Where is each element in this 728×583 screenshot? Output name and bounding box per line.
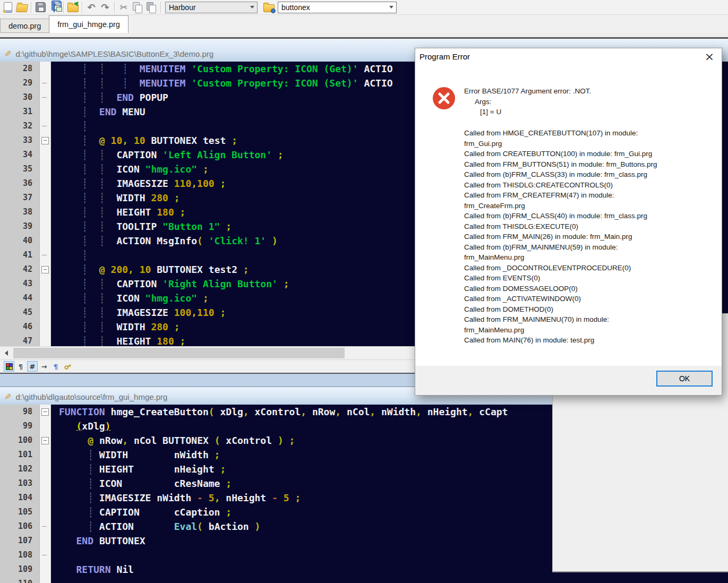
fold-margin: [40, 219, 51, 234]
ok-button[interactable]: OK: [656, 371, 713, 387]
line-number: 104: [0, 491, 40, 505]
code-text: ┊ ┊ ACTION MsgInfo( 'Click! 1' ): [51, 234, 278, 248]
stack-line: Called from THISDLG:CREATECONTROLS(0): [464, 180, 714, 191]
editor2-path: d:\github\dlgauto\source\frm_gui_hmge.pr…: [15, 392, 167, 401]
pilcrow-icon[interactable]: ¶: [50, 361, 61, 372]
hscrollbar-thumb[interactable]: [13, 348, 345, 358]
line-number: 101: [0, 448, 40, 462]
fold-collapse-icon[interactable]: –: [41, 408, 49, 416]
line-number: 32: [0, 119, 40, 133]
dialog-title: Program Error: [419, 52, 470, 61]
line-number: 109: [0, 562, 40, 577]
fold-margin: [40, 577, 51, 583]
copy-icon: [132, 2, 143, 13]
fold-margin: [40, 176, 51, 191]
tab-label: frm_gui_hmge.prg: [57, 20, 120, 29]
save-icon: [36, 2, 46, 12]
stack-line: Called from FRM_MAIN(26) in module: frm_…: [464, 232, 714, 242]
close-icon[interactable]: ×: [703, 49, 716, 63]
code-text: END BUTTONEX: [51, 534, 145, 548]
stack-line: Called from (b)FRM_MAINMENU(59) in modul…: [464, 242, 714, 253]
fold-margin: [40, 148, 51, 162]
dialog-footer: OK: [415, 366, 722, 395]
fold-tick: [42, 255, 47, 255]
line-number: 45: [0, 305, 40, 320]
cut-icon: ✂: [119, 3, 127, 12]
line-number: 33: [0, 133, 40, 148]
stack-line: Called from (b)FRM_CLASS(40) in module: …: [464, 211, 714, 221]
program-error-dialog: Program Error × Error BASE/1077 Argument…: [415, 48, 722, 396]
toolbar-separator: [82, 2, 82, 13]
cut-button[interactable]: ✂: [117, 1, 131, 14]
stack-line: Called from _ACTIVATEWINDOW(0): [464, 294, 714, 304]
fold-collapse-icon[interactable]: –: [41, 266, 49, 273]
fold-margin: [40, 419, 51, 433]
fold-tick: [42, 83, 47, 83]
stack-line: Called from _DOCONTROLEVENTPROCEDURE(0): [464, 263, 714, 273]
code-text: [51, 548, 59, 562]
key-icon[interactable]: [62, 361, 73, 372]
code-text: RETURN Nil: [51, 562, 134, 577]
fold-margin: [40, 248, 51, 262]
fold-margin[interactable]: –: [40, 405, 51, 419]
pencil-icon: ✎: [4, 393, 11, 401]
fold-margin: [40, 448, 51, 462]
stack-line: Called from DOMETHOD(0): [464, 304, 714, 315]
fold-margin: [40, 491, 51, 505]
highlight-blocks-icon[interactable]: [4, 361, 14, 372]
code-text: ┊: [51, 248, 88, 262]
file-search-combobox[interactable]: buttonex: [278, 2, 397, 13]
language-combobox[interactable]: Harbour: [165, 2, 258, 13]
tab-frm-gui-hmge-prg[interactable]: frm_gui_hmge.prg: [49, 15, 129, 33]
line-number: 41: [0, 248, 40, 262]
fold-margin: [40, 234, 51, 248]
stack-line: Called from FRM_BUTTONS(51) in module: f…: [464, 159, 714, 170]
line-number: 43: [0, 277, 40, 291]
stack-line: Called from HMGE_CREATEBUTTON(107) in mo…: [464, 128, 714, 139]
paste-button[interactable]: [144, 1, 158, 14]
open-project-button[interactable]: [66, 1, 80, 14]
line-numbers-icon[interactable]: #: [27, 361, 38, 372]
code-text: ┊ ┊ TOOLTIP "Button 1" ;: [51, 219, 232, 234]
redo-button[interactable]: ↷: [98, 1, 112, 14]
fold-tick: [42, 126, 47, 126]
fold-collapse-icon[interactable]: –: [41, 137, 49, 144]
build-run-button[interactable]: [262, 1, 276, 14]
toolbar-separator: [160, 2, 161, 13]
fold-margin[interactable]: –: [40, 133, 51, 148]
open-file-button[interactable]: [15, 1, 29, 14]
line-number: 31: [0, 105, 40, 119]
save-button[interactable]: [33, 1, 47, 14]
stack-line: Called from DOMESSAGELOOP(0): [464, 284, 714, 294]
build-folder-icon: [263, 4, 275, 12]
toolbar-separator: [63, 2, 64, 13]
line-number: 42: [0, 262, 40, 277]
stack-line: Called from EVENTS(0): [464, 273, 714, 284]
fold-margin: [40, 76, 51, 90]
code-text: ┊ ┊ WIDTH 280 ;: [51, 191, 180, 205]
fold-margin: [40, 305, 51, 320]
whitespace-arrow-icon[interactable]: →: [39, 361, 49, 372]
line-number: 98: [0, 405, 40, 419]
fold-margin[interactable]: –: [40, 433, 51, 448]
code-text: FUNCTION hmge_CreateButton( xDlg, xContr…: [51, 405, 508, 419]
fold-tick: [42, 526, 47, 527]
undo-button[interactable]: ↶: [84, 1, 98, 14]
code-line[interactable]: 110: [0, 577, 728, 583]
scroll-left-arrow-icon[interactable]: [0, 347, 13, 359]
fold-margin: [40, 90, 51, 105]
paragraph-format-icon[interactable]: ¶: [15, 361, 26, 372]
tab-demo-prg[interactable]: demo.prg: [0, 19, 49, 33]
line-number: 103: [0, 476, 40, 491]
line-number: 29: [0, 76, 40, 90]
new-file-button[interactable]: ★: [1, 1, 15, 14]
dialog-titlebar[interactable]: Program Error: [415, 48, 722, 64]
fold-collapse-icon[interactable]: –: [41, 437, 49, 444]
copy-button[interactable]: [131, 1, 144, 14]
fold-margin: [40, 334, 51, 346]
code-text: ┊ ┊ WIDTH 280 ;: [51, 320, 180, 334]
save-all-button[interactable]: [47, 1, 61, 14]
line-number: 38: [0, 205, 40, 219]
fold-margin[interactable]: –: [40, 262, 51, 277]
line-number: 37: [0, 191, 40, 205]
